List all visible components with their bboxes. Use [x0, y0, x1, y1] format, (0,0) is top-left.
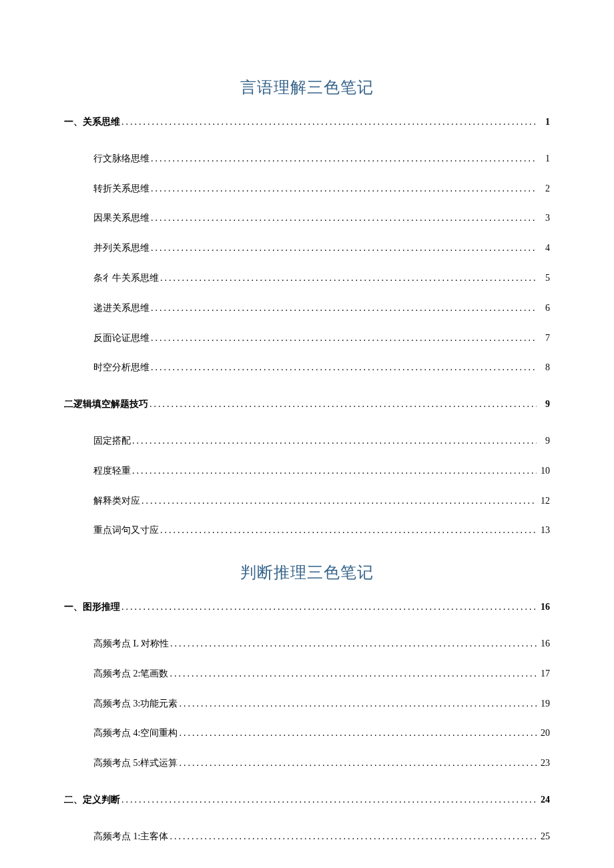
toc-label: 高频考点 2:笔画数	[93, 669, 168, 680]
toc-page-number: 7	[538, 333, 550, 344]
toc-page-number: 12	[538, 496, 550, 507]
toc-page-number: 9	[538, 436, 550, 447]
toc-entry[interactable]: 程度轻重 10	[64, 466, 550, 477]
toc-page-number: 6	[538, 303, 550, 314]
toc-leader	[141, 496, 537, 507]
toc-entry[interactable]: 因果关系思维 3	[64, 213, 550, 224]
toc-block: 一、图形推理 16 高频考点 L 对称性 16 高频考点 2:笔画数 17 高频…	[64, 602, 550, 842]
toc-page-number: 8	[538, 362, 550, 374]
toc-entry[interactable]: 高频考点 2:笔画数 17	[64, 669, 550, 680]
toc-label: 二逻辑填空解题技巧	[64, 399, 148, 410]
toc-leader	[179, 728, 537, 739]
toc-entry[interactable]: 条彳牛关系思维 5	[64, 273, 550, 284]
toc-label: 条彳牛关系思维	[93, 273, 159, 284]
toc-entry[interactable]: 固定搭配 9	[64, 436, 550, 447]
toc-page: 言语理解三色笔记 一、关系思维 1 行文脉络思维 1 转折关系思维 2 因果关系…	[64, 77, 550, 861]
toc-entry[interactable]: 解释类对应 12	[64, 496, 550, 507]
toc-page-number: 19	[538, 699, 550, 710]
toc-label: 固定搭配	[93, 436, 131, 447]
toc-label: 程度轻重	[93, 466, 131, 477]
toc-label: 时空分析思维	[93, 362, 149, 374]
toc-entry[interactable]: 二、定义判断 24	[64, 795, 550, 806]
toc-page-number: 20	[538, 728, 550, 739]
toc-leader	[170, 669, 537, 680]
toc-page-number: 2	[538, 183, 550, 195]
toc-leader	[151, 183, 537, 195]
toc-entry[interactable]: 重点词句又寸应 13	[64, 525, 550, 536]
toc-label: 高频考点 L 对称性	[93, 638, 169, 650]
toc-entry[interactable]: 行文脉络思维 1	[64, 153, 550, 165]
toc-entry[interactable]: 高频考点 5:样式运算 23	[64, 758, 550, 769]
toc-entry[interactable]: 转折关系思维 2	[64, 183, 550, 195]
toc-leader	[151, 303, 537, 314]
toc-page-number: 24	[538, 795, 550, 806]
toc-label: 高频考点 4:空间重构	[93, 728, 178, 739]
toc-page-number: 9	[538, 399, 550, 410]
toc-leader	[170, 831, 537, 843]
toc-leader	[151, 333, 537, 344]
toc-leader	[149, 399, 537, 410]
toc-entry[interactable]: 二逻辑填空解题技巧 9	[64, 399, 550, 410]
toc-entry[interactable]: 并列关系思维 4	[64, 243, 550, 254]
toc-leader	[151, 213, 537, 224]
toc-label: 二、定义判断	[64, 795, 120, 806]
toc-page-number: 16	[538, 602, 550, 613]
toc-entry[interactable]: 递进关系思维 6	[64, 303, 550, 314]
toc-leader	[121, 117, 537, 128]
toc-page-number: 17	[538, 669, 550, 680]
toc-label: 递进关系思维	[93, 303, 149, 314]
toc-page-number: 25	[538, 831, 550, 843]
toc-page-number: 1	[538, 117, 550, 128]
toc-label: 高频考点 1:主客体	[93, 831, 168, 843]
section-title: 判断推理三色笔记	[64, 562, 550, 583]
toc-block: 一、关系思维 1 行文脉络思维 1 转折关系思维 2 因果关系思维 3 并列关系…	[64, 117, 550, 536]
section-title: 言语理解三色笔记	[64, 77, 550, 98]
toc-entry[interactable]: 反面论证思维 7	[64, 333, 550, 344]
toc-entry[interactable]: 一、图形推理 16	[64, 602, 550, 613]
toc-leader	[160, 273, 537, 284]
toc-page-number: 16	[538, 638, 550, 650]
toc-leader	[179, 699, 537, 710]
toc-page-number: 10	[538, 466, 550, 477]
toc-leader	[151, 153, 537, 165]
toc-label: 高频考点 5:样式运算	[93, 758, 178, 769]
toc-label: 行文脉络思维	[93, 153, 149, 165]
toc-label: 因果关系思维	[93, 213, 149, 224]
toc-entry[interactable]: 高频考点 L 对称性 16	[64, 638, 550, 650]
toc-page-number: 3	[538, 213, 550, 224]
toc-entry[interactable]: 一、关系思维 1	[64, 117, 550, 128]
toc-leader	[179, 758, 537, 769]
toc-leader	[132, 466, 537, 477]
toc-label: 一、图形推理	[64, 602, 120, 613]
toc-entry[interactable]: 高频考点 1:主客体 25	[64, 831, 550, 843]
toc-label: 反面论证思维	[93, 333, 149, 344]
toc-label: 转折关系思维	[93, 183, 149, 195]
toc-leader	[151, 362, 537, 374]
toc-label: 解释类对应	[93, 496, 140, 507]
toc-label: 高频考点 3:功能元素	[93, 699, 178, 710]
toc-page-number: 1	[538, 153, 550, 165]
toc-leader	[121, 602, 537, 613]
toc-entry[interactable]: 高频考点 3:功能元素 19	[64, 699, 550, 710]
toc-leader	[170, 638, 537, 650]
toc-entry[interactable]: 高频考点 4:空间重构 20	[64, 728, 550, 739]
toc-page-number: 4	[538, 243, 550, 254]
toc-leader	[160, 525, 537, 536]
toc-page-number: 13	[538, 525, 550, 536]
toc-page-number: 23	[538, 758, 550, 769]
toc-leader	[151, 243, 537, 254]
toc-leader	[132, 436, 537, 447]
toc-label: 并列关系思维	[93, 243, 149, 254]
toc-entry[interactable]: 时空分析思维 8	[64, 362, 550, 374]
toc-page-number: 5	[538, 273, 550, 284]
toc-label: 一、关系思维	[64, 117, 120, 128]
toc-label: 重点词句又寸应	[93, 525, 159, 536]
toc-leader	[121, 795, 537, 806]
